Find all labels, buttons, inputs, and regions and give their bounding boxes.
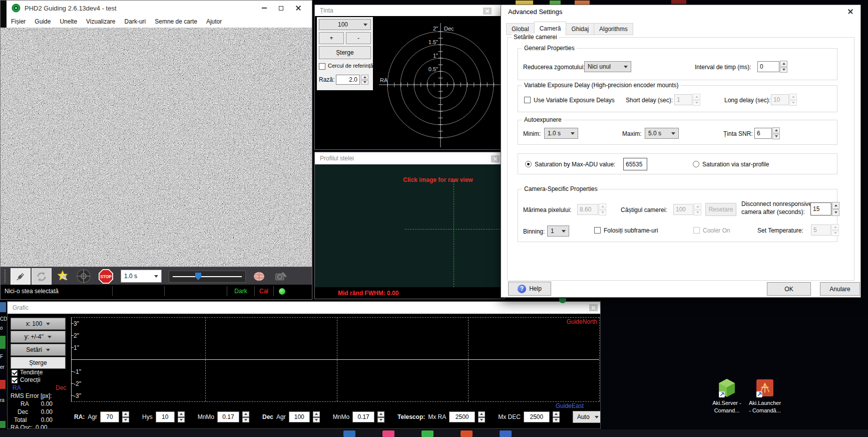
saturation-profile-radio[interactable] [693, 161, 699, 167]
dec-aggression-spinner[interactable] [313, 411, 320, 422]
menu-vizualizare[interactable]: Vizualizare [82, 18, 120, 25]
disconnect-timeout-input[interactable]: 15 [810, 202, 831, 215]
tab-algorithms[interactable]: Algorithms [594, 23, 633, 35]
dec-minmove-input[interactable]: 0.17 [352, 411, 374, 422]
subframes-checkbox[interactable] [594, 227, 601, 234]
taskbar[interactable] [0, 429, 868, 437]
menu-semne-de-carte[interactable]: Semne de carte [150, 18, 202, 25]
target-close-button[interactable] [483, 8, 492, 15]
tab-ghidaj[interactable]: Ghidaj [566, 23, 594, 35]
help-button[interactable]: ? Help [508, 282, 551, 296]
dec-minmove-spinner[interactable] [377, 411, 384, 422]
corrections-checkbox[interactable] [12, 377, 18, 383]
graph-y-scale-button[interactable]: y: +/-4'' [11, 331, 66, 343]
ok-button[interactable]: OK [767, 282, 811, 296]
target-titlebar[interactable]: Ținta [315, 5, 504, 16]
stop-button[interactable]: STOP [97, 269, 114, 284]
desktop-icon-fragment [575, 1, 590, 5]
menu-unelte[interactable]: Unelte [55, 18, 82, 25]
menu-dark-uri[interactable]: Dark-uri [120, 18, 151, 25]
ra-aggression-spinner[interactable] [122, 411, 129, 422]
taskbar-icon[interactable] [500, 430, 512, 437]
disconnect-timeout-spinner[interactable] [832, 202, 839, 216]
zoom-in-button[interactable]: + [319, 32, 344, 44]
loop-exposures-button[interactable] [32, 268, 52, 285]
graph-x-scale-button[interactable]: x: 100 [11, 318, 66, 330]
taskbar-icon[interactable] [421, 430, 433, 437]
use-variable-delays-checkbox[interactable] [524, 97, 531, 103]
min-exposure-select[interactable]: 1.0 s [544, 128, 578, 139]
radius-spinner[interactable] [361, 75, 368, 85]
corrections-label: Corecții [20, 376, 41, 383]
time-lapse-spinner[interactable] [780, 61, 787, 73]
target-snr-input[interactable]: 6 [754, 128, 772, 139]
close-icon[interactable] [295, 5, 301, 11]
target-snr-label: Ținta SNR: [723, 130, 753, 137]
dialog-titlebar[interactable]: Advanced Settings [501, 5, 860, 18]
slider-handle[interactable] [195, 273, 201, 280]
camera-noise-image[interactable] [1, 28, 312, 267]
target-snr-spinner[interactable] [772, 127, 780, 139]
binning-select[interactable]: 1 [547, 226, 569, 237]
star-profile-titlebar[interactable]: Profilul stelei [315, 152, 504, 164]
ring-label-1arcsec: 1" [433, 53, 438, 59]
close-icon[interactable] [847, 9, 853, 15]
star-profile-close-button[interactable] [491, 155, 500, 162]
graph-clear-button[interactable]: Șterge [11, 357, 66, 369]
menu-guide[interactable]: Guide [30, 18, 55, 25]
graph-close-button[interactable] [589, 304, 598, 311]
ra-minmove-input[interactable]: 0.17 [217, 411, 239, 422]
ra-minmove-spinner[interactable] [242, 411, 249, 422]
toolbar-gripper[interactable] [5, 270, 7, 283]
cancel-button[interactable]: Anulare [820, 282, 860, 296]
hysteresis-input[interactable]: 10 [156, 411, 175, 422]
dec-series-label[interactable]: Dec [56, 384, 66, 391]
exposure-select[interactable]: 1.0 s [121, 270, 162, 283]
radius-input[interactable]: 2.0 [336, 75, 360, 85]
reference-circle-checkbox[interactable] [319, 63, 325, 70]
noise-reduction-select[interactable]: Nici unul [584, 61, 631, 72]
phd2-titlebar[interactable]: PHD2 Guiding 2.6.13dev4 - test [7, 1, 312, 16]
graph-titlebar[interactable]: Grafic [8, 302, 600, 314]
target-zoom-select[interactable]: 100 [319, 19, 371, 30]
max-dec-spinner[interactable] [553, 411, 560, 422]
taskbar-icon[interactable] [461, 430, 473, 437]
tab-camera[interactable]: Cameră [534, 22, 567, 35]
connect-equipment-button[interactable] [11, 268, 31, 285]
saturation-adu-radio[interactable] [525, 161, 532, 167]
desktop-icon-aki-launcher[interactable]: Aki.Launcher - Comandă... [742, 379, 787, 414]
advanced-settings-dialog: Advanced Settings Global Cameră Ghidaj A… [501, 5, 861, 298]
ra-aggression-input[interactable]: 70 [100, 411, 119, 422]
zoom-out-button[interactable]: - [346, 32, 371, 44]
minimize-icon[interactable] [262, 8, 267, 9]
dec-guide-mode-select[interactable]: Auto [573, 411, 601, 423]
axis-label-1: 1" [74, 344, 79, 351]
guiding-parameters-row: RA: Agr 70 Hys 10 MnMo 0.17 Dec Agr 100 … [74, 411, 601, 423]
menu-ajutor[interactable]: Ajutor [202, 18, 226, 25]
advanced-settings-button[interactable] [250, 269, 268, 283]
max-adu-input[interactable]: 65535 [623, 158, 647, 170]
auto-select-star-button[interactable] [54, 269, 72, 283]
dec-aggression-input[interactable]: 100 [289, 411, 310, 422]
status-separator [254, 286, 255, 296]
graph-settings-button[interactable]: Setări [11, 344, 66, 356]
max-exposure-select[interactable]: 5.0 s [645, 128, 679, 139]
max-ra-spinner[interactable] [478, 411, 485, 422]
max-dec-input[interactable]: 2500 [524, 411, 550, 422]
begin-guiding-button[interactable] [74, 268, 94, 284]
star-profile-canvas[interactable]: Click image for raw view [315, 164, 505, 287]
max-ra-input[interactable]: 2500 [449, 411, 475, 422]
taskbar-icon[interactable] [343, 430, 355, 437]
ra-series-label[interactable]: RA [13, 384, 21, 391]
time-lapse-input[interactable]: 0 [757, 61, 779, 72]
trend-label: Tendințe [20, 369, 43, 376]
gamma-slider[interactable] [169, 271, 246, 283]
menu-fisier[interactable]: Fișier [7, 18, 30, 25]
mnmo-label: MnMo [198, 413, 214, 420]
maximize-icon[interactable] [279, 6, 283, 11]
target-clear-button[interactable]: Șterge [319, 46, 371, 59]
hysteresis-spinner[interactable] [178, 411, 185, 422]
trend-checkbox[interactable] [12, 370, 18, 376]
camera-properties-button[interactable] [272, 269, 290, 283]
taskbar-icon[interactable] [382, 430, 394, 437]
